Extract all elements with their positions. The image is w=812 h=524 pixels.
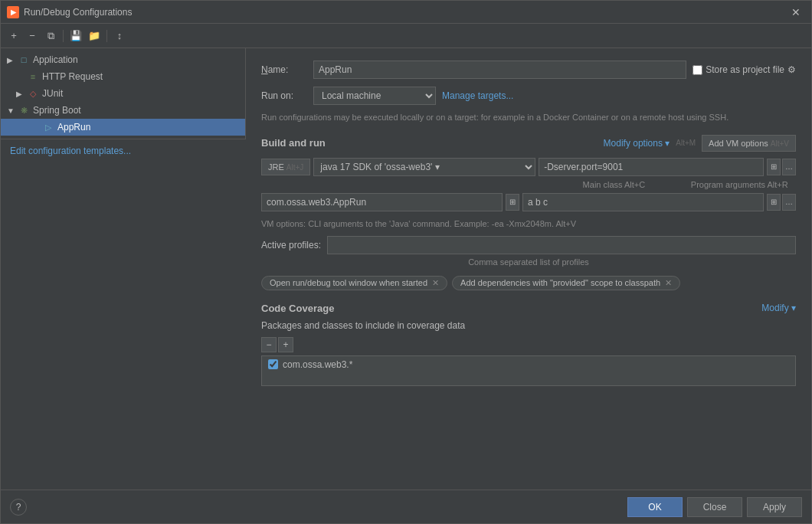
sdk-select[interactable]: java 17 SDK of 'ossa-web3' ▾: [313, 158, 535, 176]
vm-actions: ⊞ …: [767, 159, 796, 175]
gear-icon[interactable]: ⚙: [787, 64, 796, 75]
coverage-plus-button[interactable]: +: [278, 337, 293, 352]
footer-buttons: OK Close Apply: [627, 497, 802, 517]
add-vm-options-button[interactable]: Add VM options Alt+V: [702, 135, 796, 152]
tag-add-dependencies: Add dependencies with "provided" scope t…: [452, 276, 680, 290]
prog-args-more-button[interactable]: …: [782, 194, 796, 211]
sidebar-item-apprun[interactable]: ▷ AppRun: [1, 119, 245, 136]
sort-button[interactable]: ↕: [111, 28, 128, 44]
modify-options-button[interactable]: Modify options ▾: [604, 138, 670, 149]
apprun-icon: ▷: [42, 121, 54, 133]
sidebar-wrapper: ▶ □ Application ≡ HTTP Request ▶ ◇ JUnit: [1, 48, 246, 490]
sdk-vm-row: JRE Alt+J java 17 SDK of 'ossa-web3' ▾ ⊞…: [261, 158, 796, 176]
coverage-item-0: com.ossa.web3.*: [268, 359, 789, 370]
store-as-project-label: Store as project file: [706, 64, 784, 75]
toolbar: + − ⧉ 💾 📁 ↕: [1, 24, 811, 48]
ok-button[interactable]: OK: [627, 497, 683, 517]
vm-expand-button[interactable]: ⊞: [767, 159, 781, 175]
program-args-input[interactable]: [522, 193, 764, 211]
sidebar-item-label-http: HTTP Request: [42, 71, 103, 82]
main-content: ▶ □ Application ≡ HTTP Request ▶ ◇ JUnit: [1, 48, 811, 490]
save-configuration-button[interactable]: 💾: [67, 28, 84, 44]
tag-label-1: Open run/debug tool window when started: [270, 278, 427, 287]
tags-row: Open run/debug tool window when started …: [261, 276, 796, 290]
application-icon: □: [18, 54, 30, 66]
junit-arrow: ▶: [16, 90, 25, 98]
app-icon: ▶: [7, 6, 19, 18]
sidebar-item-label-application: Application: [33, 54, 78, 65]
main-class-picker-button[interactable]: ⊞: [506, 194, 519, 211]
program-args-label: Program arguments Alt+R: [691, 180, 788, 189]
active-profiles-label: Active profiles:: [261, 240, 321, 251]
row2-labels: Main class Alt+C Program arguments Alt+R: [261, 179, 796, 190]
build-run-title: Build and run: [261, 137, 326, 149]
close-dialog-button[interactable]: Close: [687, 497, 742, 517]
sidebar-footer: Edit configuration templates...: [1, 139, 246, 162]
run-debug-configurations-dialog: ▶ Run/Debug Configurations ✕ + − ⧉ 💾 📁 ↕…: [0, 0, 812, 524]
junit-icon: ◇: [27, 87, 39, 100]
remove-configuration-button[interactable]: −: [24, 28, 41, 44]
run-on-row: Run on: Local machine Manage targets...: [261, 87, 796, 105]
description-text: Run configurations may be executed local…: [261, 111, 796, 124]
sidebar: ▶ □ Application ≡ HTTP Request ▶ ◇ JUnit: [1, 48, 246, 139]
tag-close-1[interactable]: ✕: [432, 278, 439, 288]
vm-hint: VM options: CLI arguments to the 'Java' …: [261, 219, 796, 228]
spring-icon: ❋: [18, 104, 30, 116]
vm-options-input[interactable]: [539, 158, 764, 176]
coverage-minus-button[interactable]: −: [261, 337, 277, 352]
help-button[interactable]: ?: [10, 499, 27, 516]
modify-options-shortcut: Alt+M: [676, 139, 696, 147]
tag-label-2: Add dependencies with "provided" scope t…: [460, 278, 660, 287]
coverage-item-checkbox-0[interactable]: [268, 359, 278, 369]
sidebar-item-junit[interactable]: ▶ ◇ JUnit: [1, 85, 245, 102]
sidebar-item-label-apprun: AppRun: [57, 122, 90, 133]
store-as-project-row: Store as project file ⚙: [692, 64, 796, 75]
tag-close-2[interactable]: ✕: [665, 278, 672, 288]
arrow-icon: ▶: [7, 56, 16, 64]
coverage-list: com.ossa.web3.*: [261, 355, 796, 386]
modify-coverage-link[interactable]: Modify ▾: [761, 303, 796, 313]
add-configuration-button[interactable]: +: [5, 28, 22, 44]
sidebar-item-application[interactable]: ▶ □ Application: [1, 51, 245, 68]
vm-more-button[interactable]: …: [782, 159, 796, 175]
dialog-footer: ? OK Close Apply: [1, 490, 811, 523]
active-profiles-row: Active profiles:: [261, 236, 796, 254]
prog-args-expand-button[interactable]: ⊞: [767, 194, 781, 211]
name-label: Name:: [261, 64, 307, 75]
http-icon: ≡: [27, 70, 39, 83]
sidebar-item-http-request[interactable]: ≡ HTTP Request: [1, 68, 245, 85]
sidebar-item-spring-boot[interactable]: ▼ ❋ Spring Boot: [1, 102, 245, 119]
active-profiles-input[interactable]: [327, 236, 796, 254]
edit-templates-link[interactable]: Edit configuration templates...: [10, 146, 131, 156]
code-coverage-title: Code Coverage: [261, 303, 334, 314]
close-button[interactable]: ✕: [787, 5, 805, 20]
build-run-grid: JRE Alt+J java 17 SDK of 'ossa-web3' ▾ ⊞…: [261, 158, 796, 211]
right-panel: Name: Store as project file ⚙ Run on: Lo…: [246, 48, 811, 490]
name-input[interactable]: [313, 61, 686, 79]
coverage-description: Packages and classes to include in cover…: [261, 320, 796, 331]
name-row: Name: Store as project file ⚙: [261, 61, 796, 79]
spring-arrow: ▼: [7, 106, 16, 115]
dialog-title: Run/Debug Configurations: [24, 7, 787, 18]
folder-button[interactable]: 📁: [86, 28, 103, 44]
toolbar-separator-2: [106, 30, 107, 42]
store-as-project-checkbox[interactable]: [692, 65, 702, 75]
run-on-select[interactable]: Local machine: [313, 87, 436, 105]
prog-args-actions: ⊞ …: [767, 194, 796, 211]
manage-targets-link[interactable]: Manage targets...: [442, 90, 513, 101]
build-run-section-header: Build and run Modify options ▾ Alt+M Add…: [261, 135, 796, 152]
apply-button[interactable]: Apply: [747, 497, 802, 517]
coverage-item-label-0: com.ossa.web3.*: [283, 359, 352, 370]
toolbar-separator: [63, 30, 64, 42]
modify-options-area: Modify options ▾ Alt+M Add VM options Al…: [604, 135, 796, 152]
main-class-label: Main class Alt+C: [583, 180, 646, 189]
sidebar-item-label-spring: Spring Boot: [33, 105, 81, 116]
jre-button[interactable]: JRE Alt+J: [261, 159, 310, 175]
code-coverage-section: Code Coverage Modify ▾ Packages and clas…: [261, 303, 796, 386]
coverage-toolbar: − +: [261, 337, 796, 352]
sidebar-item-label-junit: JUnit: [42, 88, 63, 99]
copy-configuration-button[interactable]: ⧉: [42, 28, 59, 44]
main-class-row: ⊞ ⊞ …: [261, 193, 796, 211]
title-bar: ▶ Run/Debug Configurations ✕: [1, 1, 811, 24]
main-class-input[interactable]: [261, 193, 503, 211]
